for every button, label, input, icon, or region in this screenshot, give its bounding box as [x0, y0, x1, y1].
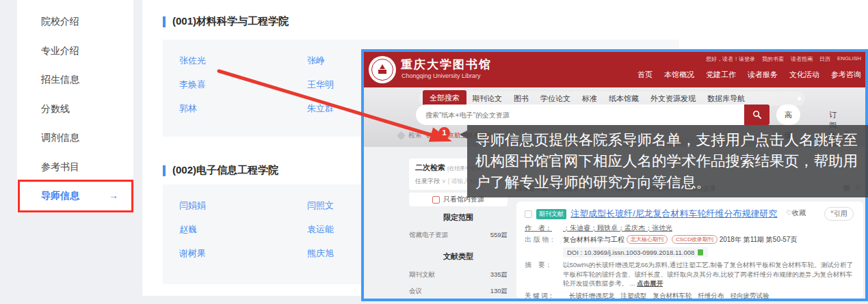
- core-journal-tag: 北大核心期刊: [627, 235, 668, 244]
- title-bar-decoration: [163, 165, 166, 176]
- filter-label: 期刊文献: [409, 271, 435, 279]
- authors-label: 作 者：: [525, 223, 563, 232]
- chevron-down-icon: ∨: [442, 178, 447, 184]
- abstract-body: 以50wt%的长玻纤增强尼龙66为原料,通过注塑工艺,制备了复合材料平板和复合材…: [563, 261, 853, 287]
- supervisor-link[interactable]: 张佐光: [179, 55, 206, 67]
- search-input[interactable]: [416, 105, 744, 125]
- expand-abstract-link[interactable]: 点击展开: [637, 279, 663, 287]
- query-stamp-icon: [397, 131, 406, 140]
- filter-label: 馆藏电子资源: [409, 231, 448, 240]
- filter-scope-title: 限定范围: [409, 212, 508, 223]
- tab-all-search[interactable]: 全部搜索: [423, 90, 466, 106]
- doi-pill[interactable]: DOI : 10.3969/j.issn.1003-0999.2018.11.0…: [563, 247, 708, 258]
- checkbox-icon[interactable]: [432, 196, 440, 204]
- result-title-link[interactable]: 注塑成型长玻纤/尼龙复合材料车轮纤维分布规律研究: [570, 208, 778, 220]
- abstract-row: 摘 要： 以50wt%的长玻纤增强尼龙66为原料,通过注塑工艺,制备了复合材料平…: [525, 260, 855, 288]
- supervisor-link[interactable]: 李焕喜: [179, 79, 206, 91]
- tab-standard[interactable]: 标准: [582, 94, 597, 104]
- keyword-link[interactable]: 注塑成型: [621, 291, 647, 299]
- band-dot: [798, 97, 801, 100]
- tab-foreign-discovery[interactable]: 外文资源发现: [650, 94, 696, 104]
- result-title-row: 期刊文献 注塑成型长玻纤/尼龙复合材料车轮纤维分布规律研究 ♡收藏 “引用: [525, 208, 855, 220]
- keyword-link[interactable]: 复合材料车轮: [653, 291, 692, 299]
- favorite-label: 收藏: [792, 209, 806, 217]
- section-title-001: (001)材料科学与工程学院: [163, 15, 289, 28]
- filter-type-title: 文献类型: [409, 251, 508, 262]
- cite-button[interactable]: “引用: [824, 207, 854, 221]
- publication-name[interactable]: 复合材料科学与工程: [563, 235, 624, 244]
- filter-type-item[interactable]: 期刊文献 335篇: [409, 271, 508, 279]
- supervisor-link[interactable]: 赵巍: [179, 223, 197, 236]
- tab-database-nav[interactable]: 数据库导航: [707, 94, 745, 104]
- section-title-text: (001)材料科学与工程学院: [172, 15, 289, 28]
- tab-journal[interactable]: 期刊论文: [472, 94, 502, 104]
- keyword-link[interactable]: 纤维分布: [698, 291, 724, 299]
- search-tabs: 期刊论文 图书 学位论文 标准 纸本馆藏 外文资源发现 数据库导航: [472, 94, 745, 104]
- publication-row: 出 版 物： 复合材料科学与工程 北大核心期刊 CSCD收录期刊 2018年 第…: [525, 235, 855, 244]
- supervisor-link[interactable]: 王华明: [307, 79, 334, 91]
- authors-row: 作 者： 朱迪睿 顾轶卓 孟庆杰 张佐光: [525, 223, 855, 232]
- supervisor-link[interactable]: 闫娟娟: [179, 199, 206, 212]
- supervisor-link[interactable]: 袁运能: [307, 223, 334, 236]
- filter-label: 会议: [409, 287, 422, 296]
- calendar-link[interactable]: 日历: [819, 55, 830, 63]
- seal-base-icon: [378, 70, 386, 74]
- supervisor-link[interactable]: 郭林: [179, 102, 197, 115]
- publication-label: 出 版 物：: [525, 235, 563, 244]
- nav-culture[interactable]: 文化活动: [789, 70, 819, 80]
- keyword-link[interactable]: 径向疲劳试验: [731, 291, 770, 299]
- filter-type-item[interactable]: 会议 130篇: [409, 287, 508, 296]
- author-link[interactable]: 朱迪睿: [563, 223, 590, 232]
- nav-overview[interactable]: 本馆概况: [664, 70, 694, 80]
- my-study-link[interactable]: 我的书斋: [762, 55, 784, 63]
- copy-doi-icon[interactable]: [697, 249, 704, 256]
- login-link[interactable]: 您好，读者！请登录: [706, 55, 755, 63]
- publication-issue: 2018年 第11期 第50-57页: [720, 235, 798, 244]
- search-button[interactable]: [744, 105, 770, 125]
- tab-thesis[interactable]: 学位论文: [540, 94, 570, 104]
- author-link[interactable]: 张佐光: [645, 223, 672, 232]
- result-checkbox[interactable]: [525, 210, 532, 218]
- keywords-row: 关 键 词： 长玻纤增强尼龙 注塑成型 复合材料车轮 纤维分布 径向疲劳试验: [525, 291, 855, 299]
- page-root: 院校介绍 专业介绍 招生信息 分数线 调剂信息 参考书目 导师信息 → (001…: [0, 0, 868, 304]
- highlight-frame: [18, 180, 133, 212]
- nav-party[interactable]: 党建工作: [706, 70, 736, 80]
- sidebar-item-major-intro[interactable]: 专业介绍: [17, 36, 133, 66]
- tab-paper-collection[interactable]: 纸本馆藏: [609, 94, 639, 104]
- seal-tower-icon: [380, 64, 385, 69]
- filter-scope-item[interactable]: 馆藏电子资源 559篇: [409, 231, 508, 240]
- doi-row: DOI : 10.3969/j.issn.1003-0999.2018.11.0…: [525, 247, 855, 258]
- supervisor-link[interactable]: 闫照文: [307, 199, 334, 212]
- secondary-search-label: 二次检索: [415, 163, 445, 171]
- supervisor-link[interactable]: 熊庆旭: [307, 247, 334, 260]
- keywords-label: 关 键 词：: [525, 291, 563, 299]
- annotation-tooltip: 导师信息页提供各院系导师名单，支持用户点击人名跳转至机构图书馆官网下相应人名的学…: [467, 125, 868, 197]
- advanced-search-button[interactable]: 高级检索: [776, 105, 800, 125]
- search-icon: [752, 110, 762, 120]
- query-label: 检索: [408, 130, 422, 140]
- nav-home[interactable]: 首页: [637, 70, 653, 80]
- title-bar-decoration: [163, 16, 166, 27]
- sidebar-item-admission-info[interactable]: 招生信息: [17, 65, 133, 94]
- tab-book[interactable]: 图书: [514, 94, 529, 104]
- author-link[interactable]: 孟庆杰: [618, 223, 645, 232]
- author-link[interactable]: 顾轶卓: [590, 223, 618, 232]
- library-logo-seal: [369, 56, 396, 83]
- english-link[interactable]: ENGLISH: [837, 55, 861, 63]
- sidebar-item-college-intro[interactable]: 院校介绍: [17, 7, 133, 36]
- supervisor-link[interactable]: 张峥: [307, 55, 325, 67]
- field-select[interactable]: 任意字段: [415, 178, 440, 184]
- library-nav: 首页 本馆概况 党建工作 读者服务 文化活动 参考咨询: [637, 70, 861, 80]
- supervisor-link[interactable]: 谢树果: [179, 247, 206, 260]
- keyword-link[interactable]: 长玻纤增强尼龙: [569, 291, 615, 299]
- sidebar-item-reference-books[interactable]: 参考书目: [17, 152, 133, 182]
- sidebar-item-score-line[interactable]: 分数线: [17, 94, 133, 124]
- filter-count: 130篇: [490, 287, 508, 296]
- favorite-button[interactable]: ♡收藏: [786, 208, 806, 218]
- abstract-text: 以50wt%的长玻纤增强尼龙66为原料,通过注塑工艺,制备了复合材料平板和复合材…: [563, 260, 855, 288]
- nav-reader-service[interactable]: 读者服务: [748, 70, 778, 80]
- nav-reference[interactable]: 参考咨询: [831, 70, 861, 80]
- supervisor-link[interactable]: 朱立群: [307, 102, 334, 115]
- sidebar-item-adjustment-info[interactable]: 调剂信息: [17, 123, 133, 152]
- reader-guide-link[interactable]: 读者指南: [791, 55, 813, 63]
